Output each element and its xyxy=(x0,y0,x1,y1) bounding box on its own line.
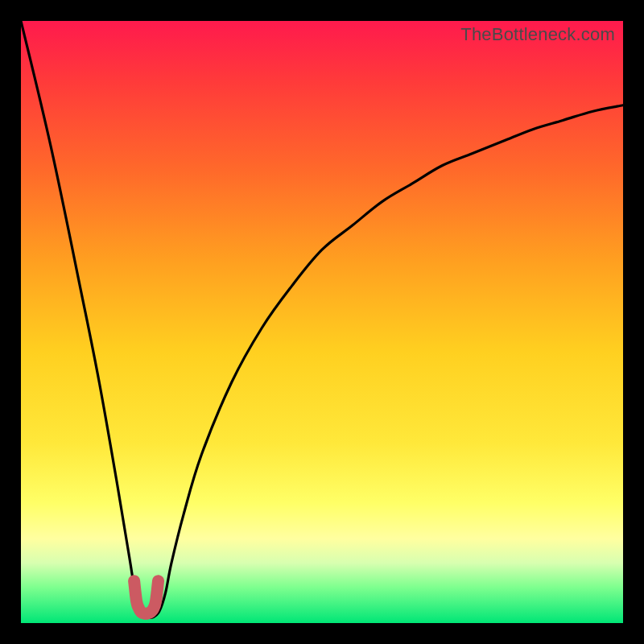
watermark-text: TheBottleneck.com xyxy=(460,24,615,45)
chart-svg xyxy=(21,21,623,623)
chart-frame: TheBottleneck.com xyxy=(21,21,623,623)
optimal-marker xyxy=(134,581,159,614)
bottleneck-curve xyxy=(21,21,623,618)
